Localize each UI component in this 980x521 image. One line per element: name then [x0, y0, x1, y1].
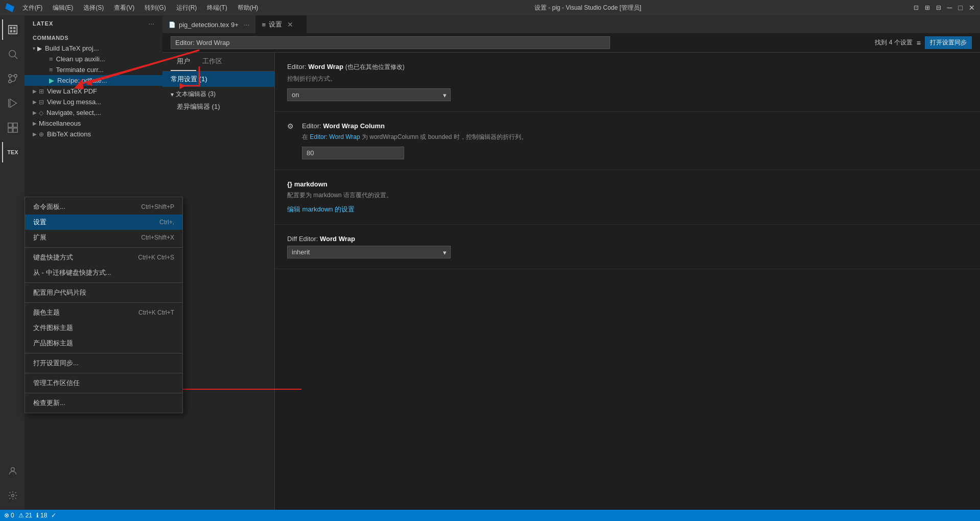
minimize-button[interactable]: ─ — [947, 4, 952, 12]
tab-pig-detection[interactable]: 📄 pig_detection.tex 9+ ··· — [162, 15, 255, 33]
word-wrap-column-input[interactable] — [302, 147, 404, 159]
menu-help[interactable]: 帮助(H) — [234, 3, 263, 13]
gear-icon[interactable]: ⚙ — [287, 122, 294, 130]
menu-separator-3 — [25, 302, 182, 303]
menu-item-shortcut: Ctrl+Shift+X — [141, 234, 174, 241]
setting-word-wrap: Editor: Word Wrap (也已在其他位置修改) 控制折行的方式。 o… — [275, 53, 980, 112]
menu-command-palette[interactable]: 命令面板... Ctrl+Shift+P — [25, 199, 182, 215]
menu-separator-5 — [25, 373, 182, 373]
settings-nav-text-editor[interactable]: ▾ 文本编辑器 (3) — [162, 87, 274, 100]
activity-bar: TEX — [0, 15, 25, 510]
status-bar-left: ⊗ 0 ⚠ 21 ℹ 18 ✓ — [4, 512, 56, 519]
settings-content: Editor: Word Wrap (也已在其他位置修改) 控制折行的方式。 o… — [275, 53, 980, 510]
menu-file[interactable]: 文件(F) — [18, 3, 46, 13]
menu-run[interactable]: 运行(R) — [172, 3, 201, 13]
sidebar-more-icon[interactable]: ··· — [148, 19, 154, 28]
tree-item-label: Navigate, select,... — [46, 109, 101, 116]
layout2-icon[interactable]: ⊞ — [925, 4, 930, 11]
activity-run[interactable] — [2, 93, 22, 113]
status-warnings[interactable]: ⚠ 21 — [18, 512, 32, 519]
svg-line-5 — [15, 56, 17, 59]
setting-diff-title: Diff Editor: Word Wrap — [287, 235, 968, 243]
settings-nav-common[interactable]: 常用设置 (1) — [162, 72, 274, 87]
tree-clean[interactable]: ≡ Clean up auxili... — [25, 54, 162, 64]
tree-recipe[interactable]: ▶ Recipe: pdflate... — [25, 75, 162, 86]
settings-search-input[interactable] — [171, 36, 610, 49]
menu-configure-snippets[interactable]: 配置用户代码片段 — [25, 285, 182, 300]
menu-terminal[interactable]: 终端(T) — [203, 3, 231, 13]
tab-close-btn[interactable]: ✕ — [287, 20, 293, 29]
titlebar-title: 设置 - pig - Visual Studio Code [管理员] — [534, 4, 641, 12]
edit-markdown-link[interactable]: 编辑 markdown 的设置 — [287, 205, 355, 213]
info-count: 18 — [40, 512, 47, 519]
status-check[interactable]: ✓ — [51, 512, 56, 519]
tree-bibtex[interactable]: ▶ ⊕ BibTeX actions — [25, 129, 162, 139]
bibtex-icon: ⊕ — [39, 131, 44, 138]
menu-select[interactable]: 选择(S) — [79, 3, 108, 13]
tab-label: 设置 — [269, 20, 282, 29]
filter-icon[interactable]: ≡ — [917, 39, 921, 47]
activity-tex[interactable]: TEX — [2, 142, 22, 162]
status-errors[interactable]: ⊗ 0 — [4, 512, 14, 519]
menu-item-shortcut: Ctrl+Shift+P — [141, 203, 174, 210]
word-wrap-link[interactable]: Editor: Word Wrap — [310, 133, 360, 140]
settings-tab-user[interactable]: 用户 — [171, 53, 196, 71]
close-button[interactable]: ✕ — [969, 4, 975, 12]
tree-view-pdf[interactable]: ▶ ⊞ View LaTeX PDF — [25, 86, 162, 97]
svg-rect-11 — [8, 123, 12, 127]
menu-goto[interactable]: 转到(G) — [141, 3, 170, 13]
menu-migrate-keybindings[interactable]: 从 - 中迁移键盘快捷方式... — [25, 265, 182, 280]
open-settings-sync-button[interactable]: 打开设置同步 — [925, 36, 972, 49]
activity-source-control[interactable] — [2, 68, 22, 89]
settings-nav-diff-editor[interactable]: 差异编辑器 (1) — [162, 100, 274, 114]
menu-manage-workspace-trust[interactable]: 管理工作区信任 — [25, 375, 182, 391]
menu-edit[interactable]: 编辑(E) — [49, 3, 77, 13]
layout3-icon[interactable]: ⊟ — [936, 4, 941, 11]
activity-explorer[interactable] — [2, 19, 22, 40]
setting-word-wrap-column-desc: 在 Editor: Word Wrap 为 wordWrapColumn 或 b… — [302, 133, 968, 141]
play-icon: ▶ — [37, 45, 42, 52]
menu-color-theme[interactable]: 颜色主题 Ctrl+K Ctrl+T — [25, 305, 182, 320]
activity-extensions[interactable] — [2, 117, 22, 138]
tree-view-log[interactable]: ▶ ⊟ View Log messa... — [25, 97, 162, 107]
titlebar-menu: 文件(F) 编辑(E) 选择(S) 查看(V) 转到(G) 运行(R) 终端(T… — [18, 3, 262, 13]
setting-diff-select-wrapper: off on inherit ▾ — [287, 246, 451, 258]
status-info[interactable]: ℹ 18 — [36, 512, 47, 519]
menu-view[interactable]: 查看(V) — [110, 3, 138, 13]
settings-tabs: 用户 工作区 — [162, 53, 274, 72]
menu-extensions[interactable]: 扩展 Ctrl+Shift+X — [25, 230, 182, 245]
setting-word-wrap-select[interactable]: off on wordWrapColumn bounded — [287, 88, 451, 101]
tree-terminate[interactable]: ≡ Terminate curr... — [25, 64, 162, 75]
tree-build-latex[interactable]: ▾ ▶ Build LaTeX proj... — [25, 43, 162, 54]
menu-file-icon-theme[interactable]: 文件图标主题 — [25, 320, 182, 336]
settings-container: 用户 工作区 常用设置 (1) ▾ 文本编辑器 (3) 差异编辑器 (1) — [162, 53, 980, 510]
menu-open-settings-sync[interactable]: 打开设置同步... — [25, 356, 182, 371]
menu-product-icon-theme[interactable]: 产品图标主题 — [25, 336, 182, 351]
tab-settings[interactable]: ≡ 设置 ✕ — [255, 15, 307, 33]
menu-keyboard-shortcuts[interactable]: 键盘快捷方式 Ctrl+K Ctrl+S — [25, 250, 182, 265]
restore-button[interactable]: □ — [959, 4, 963, 12]
menu-settings[interactable]: 设置 Ctrl+, — [25, 215, 182, 230]
tab-label: pig_detection.tex 9+ — [179, 21, 239, 29]
layout-icon[interactable]: ⊡ — [914, 4, 919, 11]
svg-rect-1 — [13, 27, 16, 30]
menu-item-label: 颜色主题 — [33, 308, 60, 317]
activity-settings[interactable] — [2, 485, 22, 506]
activity-account[interactable] — [2, 461, 22, 481]
settings-tab-workspace[interactable]: 工作区 — [196, 53, 228, 71]
setting-word-wrap-select-wrapper: off on wordWrapColumn bounded ▾ — [287, 88, 451, 101]
expand-arrow: ▶ — [33, 99, 37, 105]
activity-search[interactable] — [2, 44, 22, 64]
tree-navigate[interactable]: ▶ ◇ Navigate, select,... — [25, 107, 162, 118]
menu-separator-2 — [25, 282, 182, 283]
setting-diff-select[interactable]: off on inherit — [287, 246, 451, 258]
setting-word-wrap-desc: 控制折行的方式。 — [287, 75, 968, 83]
menu-check-updates[interactable]: 检查更新... — [25, 395, 182, 411]
tab-close-icon[interactable]: ··· — [244, 20, 250, 29]
menu-item-label: 管理工作区信任 — [33, 378, 80, 388]
chevron-down-icon: ▾ — [171, 91, 174, 98]
tree-misc[interactable]: ▶ Miscellaneous — [25, 118, 162, 129]
titlebar-controls: ⊡ ⊞ ⊟ ─ □ ✕ — [914, 4, 975, 12]
setting-markdown-desc: 配置要为 markdown 语言覆代的设置。 — [287, 191, 968, 200]
svg-point-4 — [9, 51, 16, 57]
